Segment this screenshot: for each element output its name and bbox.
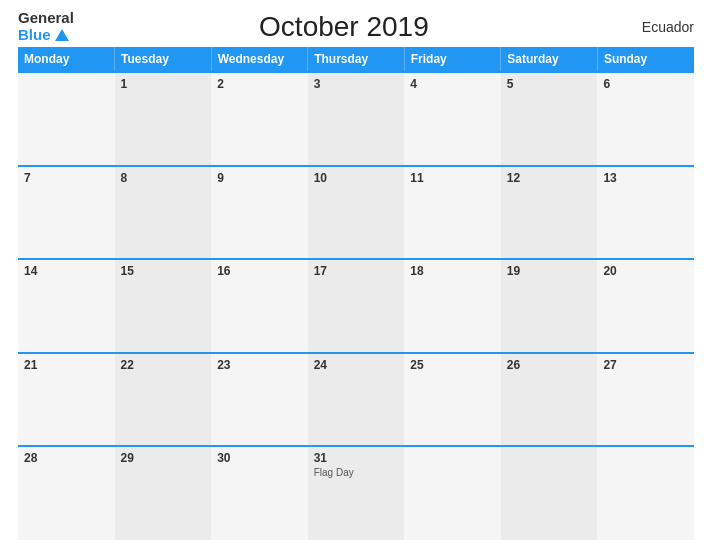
- day-number: 22: [121, 358, 134, 372]
- day-number: 11: [410, 171, 423, 185]
- calendar-week-row: 21222324252627: [18, 353, 694, 447]
- calendar-cell: 14: [18, 259, 115, 353]
- calendar-cell: 2: [211, 72, 308, 166]
- calendar-cell: 25: [404, 353, 501, 447]
- day-number: 20: [603, 264, 616, 278]
- calendar-cell: 6: [597, 72, 694, 166]
- day-number: 12: [507, 171, 520, 185]
- calendar-cell: 22: [115, 353, 212, 447]
- country-label: Ecuador: [614, 19, 694, 35]
- calendar-cell: [501, 446, 598, 540]
- calendar-cell: 26: [501, 353, 598, 447]
- calendar-cell: 8: [115, 166, 212, 260]
- day-number: 31: [314, 451, 327, 465]
- header-monday: Monday: [18, 47, 115, 72]
- day-number: 3: [314, 77, 321, 91]
- calendar-cell: 1: [115, 72, 212, 166]
- calendar-cell: [597, 446, 694, 540]
- logo-triangle-icon: [55, 29, 69, 41]
- day-number: 14: [24, 264, 37, 278]
- day-number: 18: [410, 264, 423, 278]
- day-number: 8: [121, 171, 128, 185]
- calendar-cell: 11: [404, 166, 501, 260]
- calendar-cell: 31Flag Day: [308, 446, 405, 540]
- day-number: 17: [314, 264, 327, 278]
- calendar-week-row: 28293031Flag Day: [18, 446, 694, 540]
- day-number: 1: [121, 77, 128, 91]
- day-number: 5: [507, 77, 514, 91]
- calendar-cell: 19: [501, 259, 598, 353]
- logo-blue-text: Blue: [18, 27, 69, 44]
- day-number: 26: [507, 358, 520, 372]
- calendar-cell: 12: [501, 166, 598, 260]
- day-number: 30: [217, 451, 230, 465]
- calendar-cell: 30: [211, 446, 308, 540]
- calendar-week-row: 14151617181920: [18, 259, 694, 353]
- calendar-cell: 9: [211, 166, 308, 260]
- calendar-week-row: 78910111213: [18, 166, 694, 260]
- day-number: 10: [314, 171, 327, 185]
- logo-general-text: General: [18, 10, 74, 27]
- day-number: 9: [217, 171, 224, 185]
- day-number: 25: [410, 358, 423, 372]
- day-number: 15: [121, 264, 134, 278]
- calendar-table: Monday Tuesday Wednesday Thursday Friday…: [18, 47, 694, 540]
- day-number: 24: [314, 358, 327, 372]
- calendar-cell: 21: [18, 353, 115, 447]
- calendar-cell: 7: [18, 166, 115, 260]
- day-number: 13: [603, 171, 616, 185]
- day-number: 29: [121, 451, 134, 465]
- calendar-cell: 16: [211, 259, 308, 353]
- day-number: 23: [217, 358, 230, 372]
- day-number: 6: [603, 77, 610, 91]
- calendar-cell: 27: [597, 353, 694, 447]
- header-thursday: Thursday: [308, 47, 405, 72]
- calendar-cell: [18, 72, 115, 166]
- calendar-cell: 24: [308, 353, 405, 447]
- day-number: 7: [24, 171, 31, 185]
- day-number: 16: [217, 264, 230, 278]
- header-sunday: Sunday: [597, 47, 694, 72]
- calendar-title: October 2019: [74, 11, 614, 43]
- calendar-cell: 10: [308, 166, 405, 260]
- calendar-cell: 20: [597, 259, 694, 353]
- day-number: 2: [217, 77, 224, 91]
- header-tuesday: Tuesday: [115, 47, 212, 72]
- calendar-cell: 5: [501, 72, 598, 166]
- day-event: Flag Day: [314, 467, 399, 478]
- day-number: 19: [507, 264, 520, 278]
- top-bar: General Blue October 2019 Ecuador: [18, 10, 694, 43]
- calendar-cell: 23: [211, 353, 308, 447]
- calendar-cell: [404, 446, 501, 540]
- day-number: 4: [410, 77, 417, 91]
- logo: General Blue: [18, 10, 74, 43]
- calendar-cell: 28: [18, 446, 115, 540]
- header-saturday: Saturday: [501, 47, 598, 72]
- calendar-cell: 3: [308, 72, 405, 166]
- calendar-cell: 13: [597, 166, 694, 260]
- calendar-cell: 4: [404, 72, 501, 166]
- calendar-cell: 15: [115, 259, 212, 353]
- calendar-cell: 29: [115, 446, 212, 540]
- day-number: 28: [24, 451, 37, 465]
- calendar-cell: 18: [404, 259, 501, 353]
- weekday-header-row: Monday Tuesday Wednesday Thursday Friday…: [18, 47, 694, 72]
- header-friday: Friday: [404, 47, 501, 72]
- day-number: 21: [24, 358, 37, 372]
- calendar-week-row: 123456: [18, 72, 694, 166]
- calendar-cell: 17: [308, 259, 405, 353]
- day-number: 27: [603, 358, 616, 372]
- header-wednesday: Wednesday: [211, 47, 308, 72]
